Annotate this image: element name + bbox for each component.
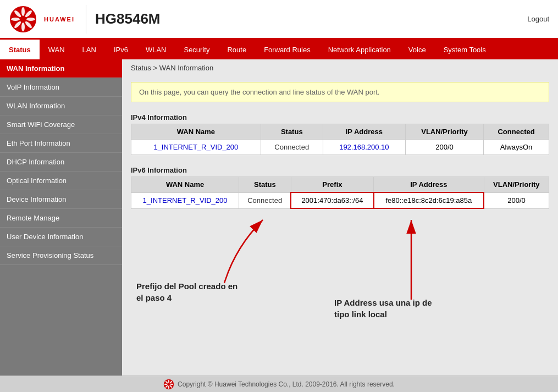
ipv6-prefix: 2001:470:da63::/64 — [291, 192, 373, 208]
ipv6-ip: fe80::e18c:8c2d:6c19:a85a — [374, 192, 484, 208]
sidebar-item-user-device-information[interactable]: User Device Information — [0, 228, 122, 246]
ipv4-connected: AlwaysOn — [484, 140, 549, 155]
footer-text: Copyright © Huawei Technologies Co., Ltd… — [178, 380, 395, 388]
ipv6-col-vlan: VLAN/Priority — [484, 177, 549, 193]
ipv6-data-row: 1_INTERNET_R_VID_200 Connected 2001:470:… — [131, 192, 549, 208]
sidebar-item-eth-port-information[interactable]: Eth Port Information — [0, 134, 122, 153]
ipv4-status: Connected — [261, 140, 323, 155]
logo-area: HUAWEI — [9, 5, 86, 34]
navigation-bar: StatusWANLANIPv6WLANSecurityRouteForward… — [0, 40, 558, 59]
ipv4-col-status: Status — [261, 124, 323, 140]
footer-logo-icon — [163, 379, 174, 390]
ipv4-table: WAN Name Status IP Address VLAN/Priority… — [131, 124, 549, 155]
sidebar-item-remote-manage[interactable]: Remote Manage — [0, 209, 122, 228]
sidebar-item-dhcp-information[interactable]: DHCP Information — [0, 153, 122, 172]
sidebar-item-voip-information[interactable]: VoIP Information — [0, 78, 122, 97]
sidebar-item-wlan-information[interactable]: WLAN Information — [0, 97, 122, 115]
nav-item-forward-rules[interactable]: Forward Rules — [255, 40, 319, 59]
ipv4-vlan: 200/0 — [405, 140, 483, 155]
annotation-left-text: Prefijo del Pool creado en el paso 4 — [136, 280, 237, 303]
ipv6-section-title: IPv6 Information — [122, 161, 558, 176]
ipv6-col-wan: WAN Name — [131, 177, 239, 193]
info-box: On this page, you can query the connecti… — [131, 82, 549, 102]
ipv6-col-prefix: Prefix — [291, 177, 373, 193]
huawei-logo — [9, 5, 37, 34]
nav-item-lan[interactable]: LAN — [74, 40, 105, 59]
svg-point-1 — [21, 7, 25, 16]
page-header: HUAWEI HG8546M Logout — [0, 0, 558, 40]
svg-point-7 — [11, 18, 20, 21]
ipv4-col-vlan: VLAN/Priority — [405, 124, 483, 140]
content-area: Status > WAN Information On this page, y… — [122, 59, 558, 376]
ipv6-header-row: WAN Name Status Prefix IP Address VLAN/P… — [131, 177, 549, 193]
ipv6-vlan: 200/0 — [484, 192, 549, 208]
sidebar-item-wan-information[interactable]: WAN Information — [0, 59, 122, 78]
svg-point-18 — [164, 383, 168, 384]
ipv6-col-status: Status — [239, 177, 291, 193]
logout-button[interactable]: Logout — [527, 15, 549, 23]
sidebar: WAN InformationVoIP InformationWLAN Info… — [0, 59, 122, 376]
nav-item-ipv6[interactable]: IPv6 — [105, 40, 137, 59]
nav-item-voice[interactable]: Voice — [400, 40, 435, 59]
ipv6-status: Connected — [239, 192, 291, 208]
device-model: HG8546M — [95, 10, 161, 27]
svg-point-3 — [26, 18, 35, 21]
ipv4-section-title: IPv4 Information — [122, 108, 558, 124]
ipv6-table: WAN Name Status Prefix IP Address VLAN/P… — [131, 176, 549, 209]
svg-point-5 — [21, 23, 25, 31]
sidebar-item-service-provisioning-status[interactable]: Service Provisioning Status — [0, 246, 122, 265]
page-footer: Copyright © Huawei Technologies Co., Ltd… — [0, 376, 558, 392]
sidebar-item-optical-information[interactable]: Optical Information — [0, 172, 122, 190]
ipv4-col-ip: IP Address — [323, 124, 405, 140]
nav-item-status[interactable]: Status — [0, 40, 40, 59]
annotation-area: Prefijo del Pool creado en el paso 4 IP … — [131, 214, 549, 368]
svg-point-12 — [168, 379, 169, 383]
ipv6-col-ip: IP Address — [374, 177, 484, 193]
huawei-text: HUAWEI — [44, 16, 75, 23]
ipv4-wan-name[interactable]: 1_INTERNET_R_VID_200 — [131, 140, 261, 155]
nav-item-wan[interactable]: WAN — [40, 40, 74, 59]
sidebar-item-smart-wifi-coverage[interactable]: Smart WiFi Coverage — [0, 115, 122, 134]
nav-item-network-application[interactable]: Network Application — [319, 40, 400, 59]
svg-point-14 — [170, 383, 173, 384]
left-arrow — [164, 214, 285, 286]
right-arrow — [367, 214, 455, 302]
svg-point-16 — [168, 385, 169, 389]
nav-item-route[interactable]: Route — [218, 40, 255, 59]
ipv4-ip[interactable]: 192.168.200.10 — [323, 140, 405, 155]
sidebar-item-device-information[interactable]: Device Information — [0, 190, 122, 209]
ipv6-wan-name[interactable]: 1_INTERNET_R_VID_200 — [131, 192, 239, 208]
nav-item-security[interactable]: Security — [175, 40, 218, 59]
ipv4-col-wan: WAN Name — [131, 124, 261, 140]
main-layout: WAN InformationVoIP InformationWLAN Info… — [0, 59, 558, 376]
annotation-right-text: IP Address usa una ip de tipo link local — [334, 297, 432, 320]
ipv4-col-connected: Connected — [484, 124, 549, 140]
breadcrumb: Status > WAN Information — [122, 59, 558, 76]
ipv4-header-row: WAN Name Status IP Address VLAN/Priority… — [131, 124, 549, 140]
nav-item-wlan[interactable]: WLAN — [137, 40, 175, 59]
ipv4-data-row: 1_INTERNET_R_VID_200 Connected 192.168.2… — [131, 140, 549, 155]
nav-item-system-tools[interactable]: System Tools — [435, 40, 495, 59]
